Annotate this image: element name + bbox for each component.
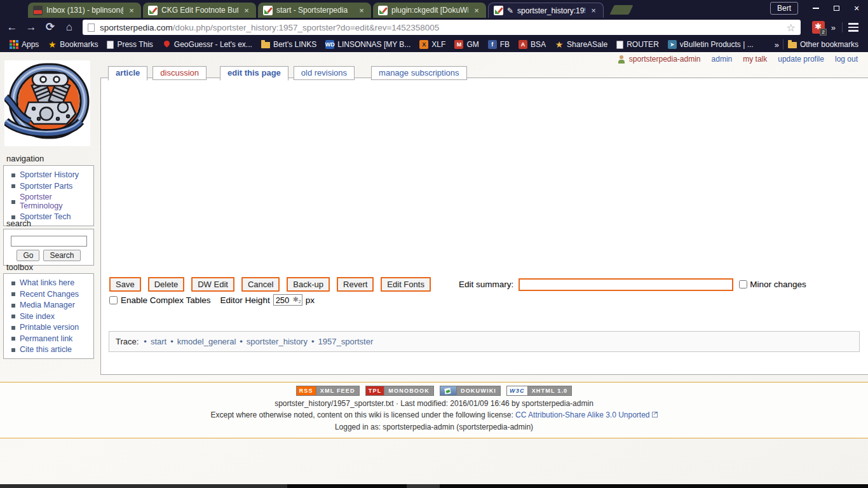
badge-left: RSS [297,386,316,395]
tab-manage-subscriptions[interactable]: manage subscriptions [371,66,466,80]
gmail-favicon [33,6,43,15]
folder-icon [261,42,270,48]
new-tab-button[interactable] [610,5,634,15]
bookmark-geoguessr[interactable]: GeoGuessr - Let's ex... [158,38,257,51]
revert-button[interactable]: Revert [337,277,374,292]
bookmark-bsa[interactable]: ABSA [514,38,550,51]
bookmark-berts-links[interactable]: Bert's LINKS [257,38,321,51]
bookmarks-overflow-chevron[interactable] [771,40,783,50]
bookmark-press-this[interactable]: Press This [102,38,157,51]
tpl-monobook-badge[interactable]: TPLMONOBOOK [365,386,434,396]
bookmark-star-icon[interactable] [786,22,795,34]
nav-link-sportster-parts[interactable]: Sportster Parts [20,182,72,191]
forward-icon[interactable]: → [23,20,39,35]
username-link[interactable]: sportsterpedia-admin [629,55,701,64]
apps-grid-icon [10,40,18,49]
toolbox-link-recent-changes[interactable]: Recent Changes [20,290,79,299]
bookmark-vbulletin[interactable]: ➤vBulletin Products | ... [663,38,758,51]
tab-discussion[interactable]: discussion [153,66,207,80]
cancel-button[interactable]: Cancel [241,277,280,292]
reload-icon[interactable]: ⟳ [42,20,58,35]
edit-fonts-button[interactable]: Edit Fonts [381,277,431,292]
nav-link-sportster-history[interactable]: Sportster History [20,171,79,180]
delete-button[interactable]: Delete [148,277,185,292]
gmail-favicon: M [454,40,463,49]
minimize-button[interactable] [807,2,825,15]
toolbox-link-media-manager[interactable]: Media Manager [20,301,75,310]
search-input[interactable] [11,236,87,247]
my-talk-link[interactable]: my talk [743,55,767,64]
user-icon [618,55,625,64]
search-button[interactable]: Search [43,250,80,261]
browser-tab-ckg-footnote[interactable]: CKG Edit Footnote Button [143,3,256,18]
bookmark-xlf[interactable]: XXLF [415,38,450,51]
browser-tab-plugin-ckgedit[interactable]: plugin:ckgedit [DokuWiki] [373,3,486,18]
log-out-link[interactable]: log out [835,55,858,64]
admin-link[interactable]: admin [712,55,733,64]
chrome-profile-button[interactable]: Bert [770,2,798,15]
bookmark-fb[interactable]: fFB [484,38,514,51]
page-security-icon[interactable] [88,24,95,32]
tab-old-revisions[interactable]: old revisions [294,66,355,80]
lastpass-extension-icon[interactable]: 2 [812,21,825,34]
bookmark-router[interactable]: ROUTER [612,38,663,51]
toolbox-link-what-links-here[interactable]: What links here [20,279,74,288]
navigation-heading: navigation [6,154,44,163]
browser-tab-active-1957-sportster[interactable]: sportster_history:1957_s [488,3,604,18]
bookmark-shareasale[interactable]: ShareASale [550,38,612,51]
extensions-overflow-icon[interactable] [827,23,839,32]
back-icon[interactable]: ← [4,20,20,35]
cc-license-link[interactable]: CC Attribution-Share Alike 3.0 Unported [515,410,649,419]
home-icon[interactable]: ⌂ [61,20,78,35]
site-logo[interactable] [4,60,90,146]
minor-changes-checkbox[interactable] [739,280,747,288]
tab-close-icon[interactable] [242,6,251,15]
search-box: Go Search [3,229,94,266]
bookmark-label: Apps [22,40,39,49]
taskbar-edge [0,484,868,488]
toolbox-item: Permanent link [4,334,93,345]
trace-link-kmodel-general[interactable]: kmodel_general [177,337,236,346]
tab-close-icon[interactable] [472,6,481,15]
bookmark-other-bookmarks[interactable]: Other bookmarks [783,38,863,51]
backup-button[interactable]: Back-up [287,277,330,292]
bookmark-apps[interactable]: Apps [5,38,43,51]
lastpass-fill-icon[interactable] [293,295,301,304]
nav-link-sportster-terminology[interactable]: Sportster Terminology [20,193,93,210]
tab-article[interactable]: article [108,66,147,81]
toolbox-link-permanent-link[interactable]: Permanent link [20,335,72,344]
trace-link-1957-sportster[interactable]: 1957_sportster [318,337,374,346]
address-bar[interactable]: sportsterpedia.com /doku.php/sportster_h… [83,20,801,35]
update-profile-link[interactable]: update profile [778,55,824,64]
bookmark-bookmarks[interactable]: Bookmarks [43,38,102,51]
trace-link-start[interactable]: start [151,337,166,346]
rss-xml-feed-badge[interactable]: RSSXML FEED [296,386,360,396]
toolbox-link-printable-version[interactable]: Printable version [20,323,79,332]
toolbox-link-cite-this-article[interactable]: Cite this article [20,346,72,355]
browser-tab-start[interactable]: start - Sportsterpedia [258,3,371,18]
browser-tab-inbox[interactable]: Inbox (131) - bplinson@gr [28,3,141,18]
dw-edit-button[interactable]: DW Edit [191,277,234,292]
close-button[interactable] [848,2,865,15]
tab-close-icon[interactable] [589,6,598,15]
bookmark-label: LINSONNAS [MY B... [337,40,410,49]
bookmark-linsonnas[interactable]: WDLINSONNAS [MY B... [321,38,415,51]
save-button[interactable]: Save [109,277,141,292]
go-button[interactable]: Go [17,250,39,261]
square-bullet-icon [11,304,15,308]
dokuwiki-badge-icon [440,386,457,395]
toolbox-link-site-index[interactable]: Site index [20,313,55,322]
trace-link-sportster-history[interactable]: sportster_history [247,337,308,346]
tab-close-icon[interactable] [357,6,366,15]
bookmark-gm[interactable]: MGM [450,38,483,51]
tab-edit-this-page[interactable]: edit this page [220,66,288,81]
complex-tables-checkbox[interactable] [109,296,118,304]
page-icon [107,41,114,49]
dokuwiki-badge[interactable]: DOKUWIKI [440,386,501,396]
browser-chrome: Inbox (131) - bplinson@gr CKG Edit Footn… [0,0,868,52]
w3c-xhtml-badge[interactable]: W3CXHTML 1.0 [506,386,572,396]
chrome-menu-icon[interactable] [845,20,862,35]
tab-close-icon[interactable] [127,6,136,15]
restore-button[interactable] [827,2,845,15]
edit-summary-input[interactable] [519,278,733,291]
